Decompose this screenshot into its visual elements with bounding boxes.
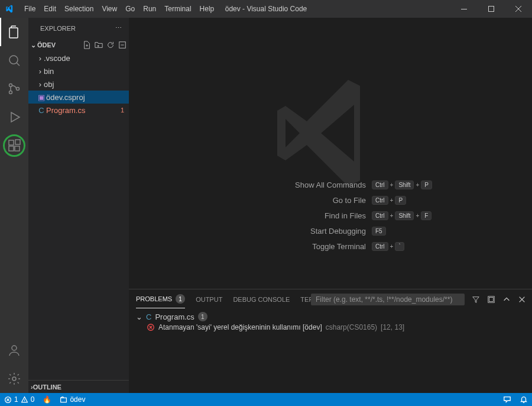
problems-file-row[interactable]: ⌄ C Program.cs 1 bbox=[136, 311, 525, 322]
status-bell[interactable] bbox=[515, 393, 532, 406]
window-title: ödev - Visual Studio Code bbox=[225, 5, 307, 13]
outline-header[interactable]: › OUTLINE bbox=[28, 380, 129, 393]
tree-folder-bin[interactable]: ›bin bbox=[28, 65, 129, 78]
menu-run[interactable]: Run bbox=[139, 0, 160, 18]
panel-close-icon[interactable] bbox=[518, 295, 526, 304]
error-badge: 1 bbox=[121, 107, 124, 114]
problem-item[interactable]: Atanmayan 'sayi' yerel değişkeninin kull… bbox=[136, 322, 525, 333]
tree-file-program[interactable]: C Program.cs 1 bbox=[28, 104, 129, 117]
chevron-down-icon: ⌄ bbox=[136, 312, 142, 321]
new-file-icon[interactable] bbox=[83, 41, 91, 49]
menu-go[interactable]: Go bbox=[121, 0, 139, 18]
svg-point-4 bbox=[9, 91, 12, 94]
menu-view[interactable]: View bbox=[98, 0, 121, 18]
menu-help[interactable]: Help bbox=[196, 0, 219, 18]
cs-file-icon: C bbox=[37, 106, 46, 115]
status-errors[interactable]: 1 0 bbox=[0, 393, 38, 406]
cs-file-icon: C bbox=[146, 312, 151, 321]
minimize-button[interactable] bbox=[450, 0, 478, 18]
explorer-sidebar: EXPLORER ⋯ ⌄ ÖDEV ›.vscode ›bin ›obj ▣ ö… bbox=[28, 18, 129, 393]
new-folder-icon[interactable] bbox=[95, 41, 103, 49]
close-button[interactable] bbox=[505, 0, 532, 18]
tree-folder-vscode[interactable]: ›.vscode bbox=[28, 51, 129, 65]
menu-file[interactable]: File bbox=[20, 0, 40, 18]
explorer-more-icon[interactable]: ⋯ bbox=[115, 24, 122, 32]
status-bar: 1 0 🔥 ödev bbox=[0, 393, 532, 406]
activity-search[interactable] bbox=[0, 46, 28, 75]
highlight-circle bbox=[3, 134, 25, 157]
error-icon bbox=[147, 323, 155, 331]
problems-body: ⌄ C Program.cs 1 Atanmayan 'sayi' yerel … bbox=[129, 309, 532, 335]
bottom-panel: Problems1 Output Debug Console Terminal … bbox=[129, 289, 532, 393]
vscode-icon bbox=[0, 4, 20, 14]
tree-file-csproj[interactable]: ▣ ödev.csproj bbox=[28, 91, 129, 104]
shortcut-goto-file: Go to FileCtrl+P bbox=[242, 196, 419, 205]
svg-rect-0 bbox=[461, 9, 467, 9]
problems-count-badge: 1 bbox=[198, 312, 207, 321]
activity-explorer[interactable] bbox=[0, 18, 28, 46]
project-name: ÖDEV bbox=[37, 41, 83, 49]
svg-point-10 bbox=[12, 346, 17, 350]
tab-debug-console[interactable]: Debug Console bbox=[233, 292, 290, 307]
shortcut-toggle-terminal: Toggle TerminalCtrl+` bbox=[242, 242, 419, 251]
status-feedback[interactable] bbox=[499, 393, 515, 406]
svg-rect-14 bbox=[489, 297, 494, 301]
file-tree: ›.vscode ›bin ›obj ▣ ödev.csproj C Progr… bbox=[28, 51, 129, 380]
vscode-watermark-icon bbox=[271, 74, 390, 192]
svg-point-11 bbox=[12, 377, 16, 381]
refresh-icon[interactable] bbox=[106, 41, 115, 49]
status-project[interactable]: 🔥 bbox=[38, 393, 56, 406]
menu-edit[interactable]: Edit bbox=[40, 0, 60, 18]
svg-rect-17 bbox=[61, 398, 67, 402]
menu-terminal[interactable]: Terminal bbox=[160, 0, 195, 18]
activity-bar bbox=[0, 18, 28, 393]
welcome-view: Show All CommandsCtrl+Shift+P Go to File… bbox=[129, 18, 532, 289]
window-controls bbox=[450, 0, 532, 18]
activity-accounts[interactable] bbox=[0, 336, 28, 365]
activity-extensions[interactable] bbox=[0, 131, 28, 160]
maximize-button[interactable] bbox=[478, 0, 505, 18]
svg-point-3 bbox=[9, 84, 12, 87]
activity-debug[interactable] bbox=[0, 103, 28, 131]
editor-area: Show All CommandsCtrl+Shift+P Go to File… bbox=[129, 18, 532, 393]
csproj-icon: ▣ bbox=[37, 93, 46, 102]
activity-scm[interactable] bbox=[0, 75, 28, 103]
problems-filter-input[interactable] bbox=[311, 294, 465, 305]
menu-selection[interactable]: Selection bbox=[60, 0, 98, 18]
explorer-header: EXPLORER ⋯ bbox=[28, 18, 129, 38]
status-project-name[interactable]: ödev bbox=[56, 393, 89, 406]
project-header[interactable]: ⌄ ÖDEV bbox=[28, 38, 129, 51]
filter-icon[interactable] bbox=[472, 295, 480, 304]
svg-point-2 bbox=[9, 56, 18, 64]
panel-tabs: Problems1 Output Debug Console Terminal bbox=[129, 289, 532, 309]
explorer-title: EXPLORER bbox=[40, 25, 76, 32]
menu-bar: File Edit Selection View Go Run Terminal… bbox=[20, 0, 218, 18]
tab-problems[interactable]: Problems1 bbox=[136, 290, 185, 308]
shortcut-find-files: Find in FilesCtrl+Shift+F bbox=[242, 211, 419, 220]
tab-output[interactable]: Output bbox=[196, 292, 222, 307]
tree-folder-obj[interactable]: ›obj bbox=[28, 78, 129, 91]
clear-icon[interactable] bbox=[487, 295, 495, 304]
collapse-icon[interactable] bbox=[118, 41, 126, 49]
titlebar: File Edit Selection View Go Run Terminal… bbox=[0, 0, 532, 18]
activity-settings[interactable] bbox=[0, 365, 28, 393]
flame-icon: 🔥 bbox=[43, 395, 51, 404]
shortcut-start-debug: Start DebuggingF5 bbox=[242, 227, 419, 236]
panel-maximize-icon[interactable] bbox=[502, 295, 511, 304]
chevron-down-icon: ⌄ bbox=[31, 41, 36, 49]
svg-rect-1 bbox=[489, 7, 494, 12]
